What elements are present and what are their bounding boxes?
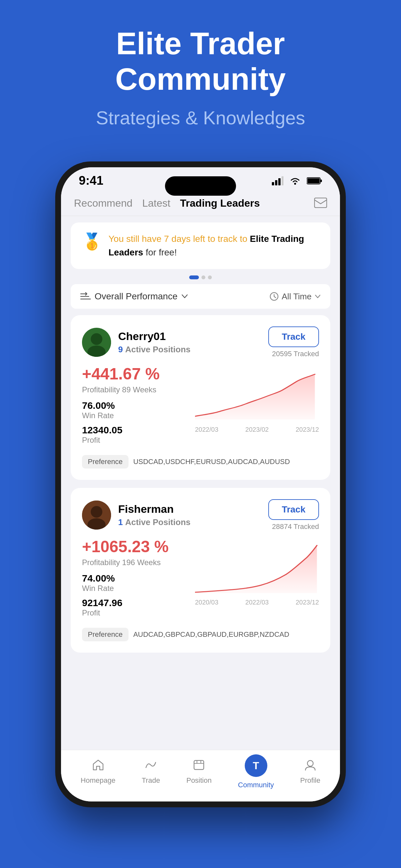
profit-value: 12340.05 xyxy=(82,425,185,436)
profile-label: Profile xyxy=(300,776,320,785)
tracked-count-fisherman: 28874 Tracked xyxy=(268,523,319,531)
profitability-value: +441.67 % xyxy=(82,365,185,383)
dot-2 xyxy=(202,275,205,279)
phone-wrapper: 9:41 xyxy=(55,161,346,807)
dynamic-island xyxy=(165,176,236,196)
clock-icon xyxy=(270,292,279,301)
wifi-icon xyxy=(289,176,301,185)
nav-item-profile[interactable]: Profile xyxy=(300,759,320,785)
status-icons xyxy=(272,176,322,185)
avatar-fisherman xyxy=(82,500,111,530)
track-button-wrapper: Track 20595 Tracked xyxy=(268,327,319,358)
preference-row-cherry01: Preference USDCAD,USDCHF,EURUSD,AUDCAD,A… xyxy=(82,455,319,469)
svg-point-25 xyxy=(307,761,313,766)
banner-text: You still have 7 days left to track to E… xyxy=(109,232,319,259)
sort-label: Overall Performance xyxy=(95,291,178,302)
carousel-dots xyxy=(71,275,330,279)
nav-item-position[interactable]: Position xyxy=(186,759,212,785)
svg-line-14 xyxy=(274,297,276,298)
bottom-nav: Homepage Trade xyxy=(61,750,340,802)
preference-pairs: USDCAD,USDCHF,EURUSD,AUDCAD,AUDUSD xyxy=(133,458,319,466)
svg-rect-1 xyxy=(275,180,277,185)
time-label: All Time xyxy=(282,291,312,302)
profit-label: Profit xyxy=(82,436,185,445)
filter-bar: Overall Performance All Time xyxy=(71,284,330,309)
homepage-icon xyxy=(92,759,104,774)
preference-badge: Preference xyxy=(82,455,128,469)
dot-1 xyxy=(189,275,199,279)
hero-section: Elite Trader Community Strategies & Know… xyxy=(0,0,401,148)
tab-recommend[interactable]: Recommend xyxy=(74,197,132,209)
trader-stats-cherry01: +441.67 % Profitability 89 Weeks 76.00% … xyxy=(82,365,185,449)
performance-chart-cherry01 xyxy=(195,369,319,421)
trader-card-cherry01: Cherry01 9 Active Positions Track 20595 … xyxy=(71,315,330,480)
profit-value-fisherman: 92147.96 xyxy=(82,597,185,609)
profitability-value-fisherman: +1065.23 % xyxy=(82,537,185,556)
battery-icon xyxy=(307,177,322,185)
svg-rect-6 xyxy=(320,180,322,182)
track-button-cherry01[interactable]: Track xyxy=(268,327,319,347)
preference-badge-fisherman: Preference xyxy=(82,628,128,641)
trader-name: Cherry01 xyxy=(118,330,190,343)
trader-header: Cherry01 9 Active Positions Track 20595 … xyxy=(82,327,319,358)
chart-fisherman: 2020/03 2022/03 2023/12 xyxy=(195,537,319,606)
nav-item-trade[interactable]: Trade xyxy=(142,759,160,785)
profitability-label-fisherman: Profitability 196 Weeks xyxy=(82,558,185,567)
position-icon xyxy=(193,759,205,774)
time-chevron-icon xyxy=(315,294,320,299)
trader-header-fisherman: Fisherman 1 Active Positions Track 28874… xyxy=(82,499,319,531)
win-rate-value-fisherman: 74.00% xyxy=(82,573,185,584)
svg-rect-0 xyxy=(272,182,274,185)
filter-time[interactable]: All Time xyxy=(270,291,320,302)
svg-point-19 xyxy=(91,506,102,518)
trade-icon xyxy=(145,759,157,774)
win-rate-label: Win Rate xyxy=(82,411,185,420)
chart-cherry01: 2022/03 2023/02 2023/12 xyxy=(195,365,319,433)
nav-item-community[interactable]: T Community xyxy=(238,754,274,789)
track-button-fisherman[interactable]: Track xyxy=(268,499,319,520)
svg-rect-8 xyxy=(314,198,327,208)
filter-sort[interactable]: Overall Performance xyxy=(81,291,188,302)
homepage-label: Homepage xyxy=(81,776,116,785)
profitability-label: Profitability 89 Weeks xyxy=(82,385,185,394)
track-button-wrapper-fisherman: Track 28874 Tracked xyxy=(268,499,319,531)
trader-positions: 9 Active Positions xyxy=(118,345,190,354)
phone-screen: 9:41 xyxy=(61,167,340,802)
phone-frame: 9:41 xyxy=(55,161,346,807)
tracked-count-cherry01: 20595 Tracked xyxy=(268,350,319,358)
svg-rect-3 xyxy=(281,176,283,185)
svg-rect-2 xyxy=(278,178,281,185)
svg-rect-7 xyxy=(307,178,320,183)
mail-icon[interactable] xyxy=(314,197,327,209)
sort-chevron-icon xyxy=(181,294,188,299)
hero-title: Elite Trader Community xyxy=(19,26,382,97)
chart-dates-cherry01: 2022/03 2023/02 2023/12 xyxy=(195,426,319,433)
tab-latest[interactable]: Latest xyxy=(142,197,170,209)
promo-banner: 🥇 You still have 7 days left to track to… xyxy=(71,222,330,269)
community-icon: T xyxy=(245,754,267,777)
trader-name-fisherman: Fisherman xyxy=(118,503,190,516)
tab-trading-leaders[interactable]: Trading Leaders xyxy=(180,197,260,209)
main-content: 🥇 You still have 7 days left to track to… xyxy=(61,216,340,760)
position-label: Position xyxy=(186,776,212,785)
win-rate-label-fisherman: Win Rate xyxy=(82,584,185,593)
nav-item-homepage[interactable]: Homepage xyxy=(81,759,116,785)
preference-row-fisherman: Preference AUDCAD,GBPCAD,GBPAUD,EURGBP,N… xyxy=(82,628,319,641)
win-rate-value: 76.00% xyxy=(82,400,185,411)
svg-point-16 xyxy=(91,333,102,345)
dot-3 xyxy=(208,275,212,279)
trader-card-fisherman: Fisherman 1 Active Positions Track 28874… xyxy=(71,488,330,653)
hero-subtitle: Strategies & Knowledges xyxy=(19,107,382,128)
sort-icon xyxy=(81,292,91,301)
performance-chart-fisherman xyxy=(195,542,319,594)
profile-icon xyxy=(304,759,316,774)
preference-pairs-fisherman: AUDCAD,GBPCAD,GBPAUD,EURGBP,NZDCAD xyxy=(133,630,319,639)
chart-dates-fisherman: 2020/03 2022/03 2023/12 xyxy=(195,599,319,606)
status-time: 9:41 xyxy=(79,174,103,188)
avatar-cherry01 xyxy=(82,328,111,357)
svg-point-4 xyxy=(294,183,296,185)
trader-stats-fisherman: +1065.23 % Profitability 196 Weeks 74.00… xyxy=(82,537,185,622)
svg-rect-21 xyxy=(194,761,204,770)
trader-info-fisherman: Fisherman 1 Active Positions xyxy=(82,500,190,530)
profit-label-fisherman: Profit xyxy=(82,609,185,617)
